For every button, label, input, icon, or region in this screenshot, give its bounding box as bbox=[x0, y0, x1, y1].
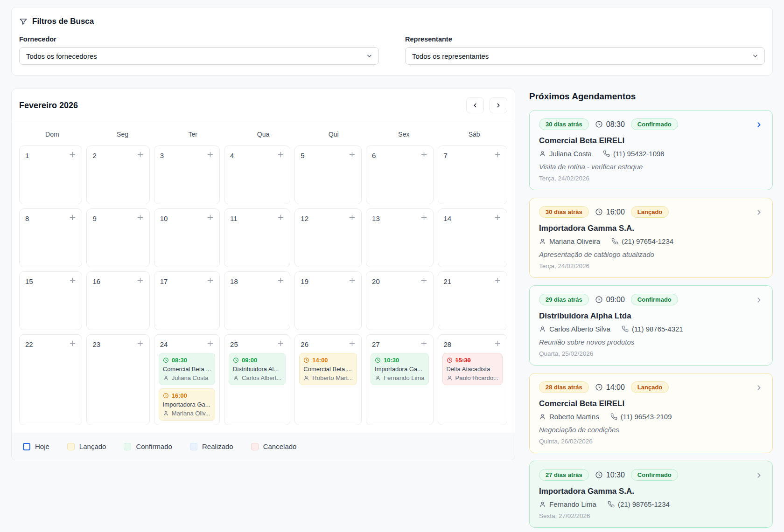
event-person: Mariana Oliv... bbox=[163, 410, 211, 417]
calendar-event[interactable]: 14:00Comercial Beta ...Roberto Mart... bbox=[299, 353, 357, 385]
calendar-event[interactable]: 16:00Importadora Ga...Mariana Oliv... bbox=[159, 388, 215, 421]
day-cell-19: 19 bbox=[294, 271, 362, 330]
person-icon bbox=[163, 410, 169, 416]
representante-field: Representante Todos os representantes bbox=[405, 35, 765, 65]
add-appointment-button[interactable] bbox=[135, 276, 145, 287]
day-cell-header: 3 bbox=[159, 150, 215, 161]
event-time: 15:30 bbox=[447, 357, 499, 364]
appointment-card[interactable]: 28 dias atrás14:00LançadoComercial Beta … bbox=[529, 373, 773, 453]
appointment-date: Terça, 24/02/2026 bbox=[539, 175, 763, 182]
calendar-event[interactable]: 09:00Distribuidora Al...Carlos Albert... bbox=[229, 353, 286, 385]
add-appointment-button[interactable] bbox=[276, 339, 286, 350]
add-appointment-button[interactable] bbox=[419, 150, 429, 161]
appointment-phone: (21) 98765-1234 bbox=[608, 500, 670, 508]
add-appointment-button[interactable] bbox=[135, 150, 145, 161]
legend-swatch-lancado bbox=[67, 443, 75, 450]
add-appointment-button[interactable] bbox=[68, 150, 77, 161]
fornecedor-select[interactable]: Todos os fornecedores bbox=[19, 47, 379, 65]
open-appointment-button[interactable] bbox=[755, 384, 763, 394]
event-person: Juliana Costa bbox=[163, 374, 211, 381]
appointment-time-text: 16:00 bbox=[606, 208, 625, 216]
day-cell-header: 10 bbox=[159, 213, 215, 224]
add-appointment-button[interactable] bbox=[347, 276, 357, 287]
person-icon bbox=[375, 375, 381, 381]
appointment-person-name: Carlos Alberto Silva bbox=[549, 325, 610, 333]
appointment-card[interactable]: 30 dias atrás16:00LançadoImportadora Gam… bbox=[529, 198, 773, 278]
legend-swatch-confirmado bbox=[124, 443, 131, 450]
legend-swatch-realizado bbox=[190, 443, 197, 450]
person-icon bbox=[303, 375, 309, 381]
fornecedor-label: Fornecedor bbox=[19, 35, 379, 43]
representante-select[interactable]: Todos os representantes bbox=[405, 47, 765, 65]
add-appointment-button[interactable] bbox=[68, 339, 77, 350]
add-appointment-button[interactable] bbox=[135, 213, 145, 224]
calendar-event[interactable]: 08:30Comercial Beta ...Juliana Costa bbox=[159, 353, 215, 385]
day-cell-11: 11 bbox=[224, 208, 290, 267]
appointment-phone-number: (21) 98765-1234 bbox=[618, 500, 670, 508]
chevron-down-icon bbox=[366, 53, 373, 60]
clock-icon bbox=[595, 471, 603, 479]
chevron-right-icon bbox=[755, 296, 763, 304]
add-appointment-button[interactable] bbox=[68, 276, 77, 287]
appointment-time: 09:00 bbox=[595, 296, 625, 304]
event-person-name: Fernando Lima bbox=[384, 374, 424, 381]
add-appointment-button[interactable] bbox=[347, 339, 357, 350]
add-appointment-button[interactable] bbox=[205, 150, 215, 161]
person-icon bbox=[447, 375, 453, 381]
appointment-company: Importadora Gamma S.A. bbox=[539, 487, 763, 496]
prev-month-button[interactable] bbox=[466, 97, 484, 113]
legend-item-cancelado: Cancelado bbox=[251, 442, 297, 450]
appointment-phone: (21) 97654-1234 bbox=[611, 237, 673, 245]
day-cell-header: 13 bbox=[371, 213, 428, 224]
add-appointment-button[interactable] bbox=[276, 276, 286, 287]
appointment-meta: Carlos Alberto Silva(11) 98765-4321 bbox=[539, 325, 763, 333]
appointment-phone: (11) 96543-2109 bbox=[610, 413, 672, 421]
appointment-phone: (11) 95432-1098 bbox=[603, 150, 665, 158]
day-cell-header: 6 bbox=[371, 150, 428, 161]
add-appointment-button[interactable] bbox=[419, 339, 429, 350]
add-appointment-button[interactable] bbox=[419, 213, 429, 224]
day-cell-25: 2509:00Distribuidora Al...Carlos Albert.… bbox=[224, 334, 290, 425]
weekday-label: Dom bbox=[19, 131, 85, 138]
plus-icon bbox=[206, 276, 214, 284]
add-appointment-button[interactable] bbox=[347, 213, 357, 224]
add-appointment-button[interactable] bbox=[205, 339, 215, 350]
appointment-card[interactable]: 30 dias atrás08:30ConfirmadoComercial Be… bbox=[529, 110, 773, 190]
add-appointment-button[interactable] bbox=[493, 276, 503, 287]
event-person: Fernando Lima bbox=[375, 374, 424, 381]
add-appointment-button[interactable] bbox=[419, 276, 429, 287]
add-appointment-button[interactable] bbox=[276, 150, 286, 161]
event-company: Distribuidora Al... bbox=[233, 366, 281, 373]
person-icon bbox=[539, 238, 546, 245]
add-appointment-button[interactable] bbox=[493, 150, 503, 161]
open-appointment-button[interactable] bbox=[755, 121, 763, 131]
plus-icon bbox=[69, 276, 77, 284]
clock-icon bbox=[595, 383, 603, 391]
appointment-card[interactable]: 29 dias atrás09:00ConfirmadoDistribuidor… bbox=[529, 285, 773, 366]
chevron-right-icon bbox=[755, 121, 763, 129]
appointment-time: 10:30 bbox=[595, 471, 625, 479]
add-appointment-button[interactable] bbox=[135, 339, 145, 350]
add-appointment-button[interactable] bbox=[205, 213, 215, 224]
person-icon bbox=[233, 375, 239, 381]
plus-icon bbox=[348, 276, 356, 284]
next-month-button[interactable] bbox=[490, 97, 507, 113]
add-appointment-button[interactable] bbox=[68, 213, 77, 224]
appointment-person: Mariana Oliveira bbox=[539, 237, 600, 245]
event-company: Importadora Ga... bbox=[375, 366, 424, 373]
appointment-card[interactable]: 27 dias atrás10:30ConfirmadoImportadora … bbox=[529, 461, 773, 528]
open-appointment-button[interactable] bbox=[755, 471, 763, 481]
open-appointment-button[interactable] bbox=[755, 208, 763, 218]
add-appointment-button[interactable] bbox=[205, 276, 215, 287]
add-appointment-button[interactable] bbox=[276, 213, 286, 224]
calendar-event[interactable]: 15:30Delta AtacadistaPaulo Ricardo... bbox=[442, 353, 503, 385]
calendar-event[interactable]: 10:30Importadora Ga...Fernando Lima bbox=[371, 353, 428, 385]
appointment-person-name: Fernando Lima bbox=[549, 500, 596, 508]
chevron-right-icon bbox=[755, 208, 763, 216]
calendar-header: Fevereiro 2026 bbox=[12, 89, 515, 122]
day-cell-3: 3 bbox=[154, 145, 220, 204]
add-appointment-button[interactable] bbox=[493, 339, 503, 350]
add-appointment-button[interactable] bbox=[493, 213, 503, 224]
add-appointment-button[interactable] bbox=[347, 150, 357, 161]
open-appointment-button[interactable] bbox=[755, 296, 763, 306]
